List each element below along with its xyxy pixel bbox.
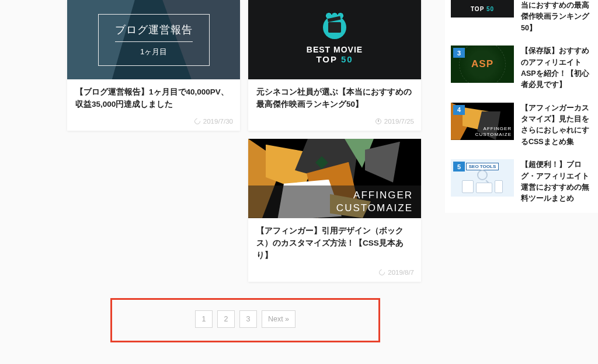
pagination: 1 2 3 Next » <box>124 310 367 328</box>
sidebar-thumbnail: 5 SEO TOOLS <box>451 159 514 197</box>
sidebar-thumbnail: TOP 50 <box>451 0 514 18</box>
sidebar-item-title: 当におすすめの最高傑作映画ランキング50】 <box>521 0 592 34</box>
thumb-text: TOP 50 <box>471 6 494 12</box>
sidebar-item[interactable]: TOP 50 当におすすめの最高傑作映画ランキング50】 <box>445 0 598 42</box>
thumb-text: ASP <box>471 58 493 70</box>
thumb-text: ブログ運営報告 <box>115 23 193 37</box>
sidebar-item-title: 【アフィンガーカスタマイズ】見た目をさらにおしゃれにするCSSまとめ集 <box>521 103 592 148</box>
magnifier-icon <box>477 170 488 180</box>
sidebar-item-title: 【超便利！】ブログ・アフィリエイト運営におすすめの無料ツールまとめ <box>521 159 592 205</box>
card-date: 2019/7/25 <box>384 118 414 125</box>
pagination-highlight: 1 2 3 Next » <box>110 298 380 342</box>
card-date: 2019/7/30 <box>203 118 233 125</box>
thumb-text: AFFINGER <box>353 189 413 202</box>
clapboard-icon <box>328 22 341 33</box>
refresh-icon <box>378 268 386 276</box>
card-title: 【アフィンガー】引用デザイン（ボックス）のカスタマイズ方法！【CSS見本あり】 <box>256 225 413 262</box>
rank-badge: 4 <box>453 105 465 115</box>
medal-icon <box>323 16 346 39</box>
card-date: 2019/8/7 <box>388 269 414 276</box>
article-grid: ブログ運営報告 1ヶ月目 【ブログ運営報告】1ヶ月目で40,000PV、収益35… <box>67 0 423 282</box>
card-thumbnail: ブログ運営報告 1ヶ月目 <box>67 0 240 79</box>
card-title: 【ブログ運営報告】1ヶ月目で40,000PV、収益35,000円達成しました <box>75 86 232 111</box>
pagination-page[interactable]: 3 <box>239 310 257 328</box>
thumb-text: CUSTOMAIZE <box>336 202 413 215</box>
thumb-text: AFFINGER CUSTOMAIZE <box>475 126 512 137</box>
clock-icon <box>376 118 381 124</box>
sidebar-thumbnail: 4 AFFINGER CUSTOMAIZE <box>451 103 514 140</box>
card-thumbnail: BEST MOVIE TOP 50 <box>248 0 421 79</box>
devices-icon <box>451 180 514 193</box>
article-card[interactable]: BEST MOVIE TOP 50 元シネコン社員が選ぶ【本当におすすめの最高傑… <box>248 0 421 131</box>
article-card[interactable]: ブログ運営報告 1ヶ月目 【ブログ運営報告】1ヶ月目で40,000PV、収益35… <box>67 0 240 131</box>
rank-badge: 5 <box>453 162 465 172</box>
sidebar-item-title: 【保存版】おすすめのアフィリエイトASPを紹介！【初心者必見です】 <box>521 46 592 91</box>
thumb-text: TOP 50 <box>316 54 353 64</box>
rank-badge: 3 <box>453 48 465 58</box>
pagination-next[interactable]: Next » <box>262 310 295 328</box>
refresh-icon <box>193 117 201 125</box>
sidebar-item[interactable]: 3 ASP 【保存版】おすすめのアフィリエイトASPを紹介！【初心者必見です】 <box>445 42 598 99</box>
sidebar-thumbnail: 3 ASP <box>451 46 514 83</box>
pagination-page[interactable]: 1 <box>195 310 213 328</box>
article-card[interactable]: AFFINGER CUSTOMAIZE 【アフィンガー】引用デザイン（ボックス）… <box>248 139 421 282</box>
thumb-text: BEST MOVIE <box>307 45 363 54</box>
card-title: 元シネコン社員が選ぶ【本当におすすめの最高傑作映画ランキング50】 <box>256 86 413 111</box>
thumb-text: 1ヶ月目 <box>115 47 193 57</box>
pagination-page[interactable]: 2 <box>217 310 235 328</box>
sidebar-item[interactable]: 5 SEO TOOLS 【超便利！】ブログ・アフィリエイト運営におすすめの無料ツ… <box>445 156 598 213</box>
card-thumbnail: AFFINGER CUSTOMAIZE <box>248 139 421 218</box>
sidebar-item[interactable]: 4 AFFINGER CUSTOMAIZE 【アフィンガーカスタマイズ】見た目を… <box>445 99 598 156</box>
sidebar-ranking: TOP 50 当におすすめの最高傑作映画ランキング50】 3 ASP 【保存版】… <box>445 0 598 213</box>
